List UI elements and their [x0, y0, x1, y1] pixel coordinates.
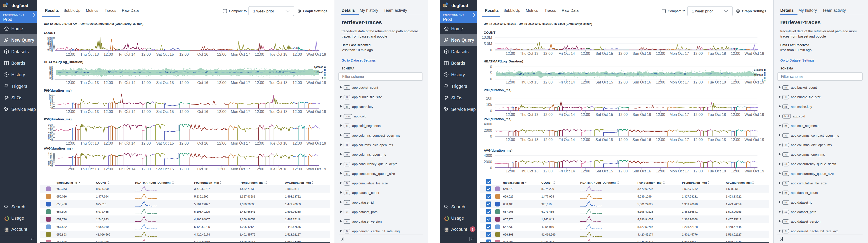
- svg-text:app.columns_dict_open_ms: app.columns_dict_open_ms: [352, 143, 393, 147]
- svg-text:P99(duration_ms): P99(duration_ms): [638, 181, 662, 184]
- svg-text:12:00: 12:00: [693, 51, 703, 55]
- svg-text:0: 0: [51, 107, 53, 110]
- svg-text:app.cumulative_file_size: app.cumulative_file_size: [791, 182, 827, 185]
- svg-text:str: str: [346, 211, 348, 213]
- svg-text:12:00: 12:00: [618, 112, 627, 116]
- svg-text:Graph Settings: Graph Settings: [303, 9, 328, 13]
- svg-text:12:00: 12:00: [731, 169, 740, 173]
- svg-text:Details: Details: [342, 8, 355, 13]
- svg-text:Team activity: Team activity: [822, 8, 846, 13]
- svg-text:Tue Oct 18: Tue Oct 18: [708, 51, 726, 55]
- svg-text:Mon Oct 17: Mon Oct 17: [670, 169, 689, 173]
- svg-text:Data Last Received: Data Last Received: [342, 43, 370, 47]
- svg-text:flt: flt: [346, 230, 348, 233]
- svg-text:AVG(duration_ms): AVG(duration_ms): [44, 146, 72, 150]
- svg-text:2: 2: [472, 227, 473, 231]
- svg-text:925,610: 925,610: [96, 203, 106, 206]
- svg-text:app.cold_segments: app.cold_segments: [352, 124, 381, 128]
- svg-text:656,893: 656,893: [57, 233, 67, 236]
- svg-text:Service Map: Service Map: [451, 107, 476, 112]
- svg-text:Thu Oct 13: Thu Oct 13: [520, 51, 538, 55]
- svg-text:HEATMAP(Log_Duration): HEATMAP(Log_Duration): [135, 181, 170, 184]
- svg-text:4,055,010: 4,055,010: [541, 225, 554, 228]
- svg-text:6,978,465: 6,978,465: [541, 210, 554, 213]
- svg-text:Sun Oct 16: Sun Oct 16: [632, 51, 651, 55]
- svg-text:global.build_id: global.build_id: [503, 181, 524, 184]
- svg-text:5,196.40225: 5,196.40225: [194, 210, 210, 213]
- svg-text:12:00: 12:00: [255, 109, 264, 114]
- svg-text:1,740,843: 1,740,843: [541, 218, 554, 221]
- svg-text:app.dataset_count: app.dataset_count: [791, 191, 818, 195]
- svg-text:Sat Oct 15: Sat Oct 15: [156, 52, 174, 56]
- svg-text:flt: flt: [785, 153, 786, 156]
- svg-text:12:00: 12:00: [217, 81, 226, 85]
- svg-text:1: 1: [322, 77, 323, 79]
- svg-text:0: 0: [490, 134, 492, 138]
- svg-text:12:00: 12:00: [141, 52, 151, 56]
- svg-text:app.cold: app.cold: [354, 114, 366, 118]
- svg-text:Wed Oct 19: Wed Oct 19: [307, 52, 326, 56]
- svg-text:12:00: 12:00: [581, 80, 590, 84]
- svg-text:Wed Oct 19: Wed Oct 19: [307, 141, 326, 145]
- svg-text:COUNT: COUNT: [484, 31, 495, 34]
- svg-text:Fri Oct 14: Fri Oct 14: [119, 109, 135, 114]
- svg-text:less than 10 min ago: less than 10 min ago: [780, 48, 811, 52]
- svg-text:flt: flt: [785, 96, 786, 99]
- svg-text:Oct 16: Oct 16: [197, 109, 209, 114]
- svg-text:1,401.45776: 1,401.45776: [682, 233, 698, 236]
- svg-text:Oct 16: Oct 16: [197, 167, 209, 171]
- svg-text:8,974,290: 8,974,290: [541, 187, 554, 190]
- svg-text:12:00: 12:00: [543, 138, 553, 142]
- svg-text:Tue Oct 18: Tue Oct 18: [269, 81, 287, 85]
- svg-text:657,776: 657,776: [503, 218, 513, 221]
- svg-text:2400000: 2400000: [314, 66, 323, 69]
- svg-text:12:00: 12:00: [217, 167, 226, 171]
- svg-text:Fri Oct 14: Fri Oct 14: [119, 167, 135, 171]
- svg-text:10: 10: [488, 65, 492, 69]
- svg-text:Oct 16: Oct 16: [197, 81, 209, 85]
- svg-text:12:00: 12:00: [179, 52, 188, 56]
- svg-text:Thu Oct 13: Thu Oct 13: [80, 109, 99, 114]
- svg-text:657,532: 657,532: [57, 225, 67, 228]
- svg-text:Usage: Usage: [11, 216, 24, 221]
- svg-text:int: int: [784, 191, 787, 194]
- svg-text:Sat Oct 15: Sat Oct 15: [595, 112, 613, 116]
- svg-text:Sun Oct 16: Sun Oct 16: [632, 80, 651, 84]
- svg-text:HEATMAP(Log_Duration): HEATMAP(Log_Duration): [44, 60, 84, 64]
- svg-text:658,488: 658,488: [503, 203, 513, 206]
- svg-text:656,893: 656,893: [503, 233, 513, 236]
- svg-text:app.derived_cache_hit_rate_avg: app.derived_cache_hit_rate_avg: [791, 230, 838, 233]
- svg-text:global.build_id: global.build_id: [57, 181, 77, 184]
- svg-text:12:00: 12:00: [217, 52, 226, 56]
- svg-text:12:00: 12:00: [506, 112, 515, 116]
- svg-text:less than 10 min ago: less than 10 min ago: [342, 48, 373, 52]
- svg-text:Home: Home: [451, 26, 463, 31]
- svg-text:12:00: 12:00: [731, 112, 740, 116]
- svg-text:0: 0: [490, 77, 492, 81]
- svg-text:flt: flt: [346, 144, 348, 146]
- svg-text:1,467.25118: 1,467.25118: [726, 218, 741, 221]
- svg-text:dogfood: dogfood: [452, 3, 468, 8]
- svg-text:Thu Oct 13: Thu Oct 13: [520, 169, 538, 173]
- svg-text:int: int: [784, 201, 787, 204]
- svg-text:0: 0: [51, 139, 53, 142]
- svg-text:Wed Oct 19: Wed Oct 19: [307, 167, 326, 171]
- svg-text:12:00: 12:00: [66, 109, 75, 114]
- svg-text:1,295.42128: 1,295.42128: [240, 225, 255, 228]
- svg-text:5,301.29827: 5,301.29827: [194, 203, 210, 206]
- svg-text:1200000: 1200000: [314, 71, 323, 74]
- svg-text:Sat Oct 15: Sat Oct 15: [156, 167, 174, 171]
- svg-text:app.columns_compact_open_ms: app.columns_compact_open_ms: [791, 134, 839, 137]
- svg-text:Traces: Traces: [105, 8, 116, 13]
- svg-text:New Query: New Query: [451, 37, 474, 43]
- svg-text:Boards: Boards: [11, 61, 25, 65]
- svg-text:app.concurrency_queue_size: app.concurrency_queue_size: [352, 172, 395, 176]
- svg-text:Wed Oct 19: Wed Oct 19: [745, 51, 764, 55]
- svg-text:12:00: 12:00: [255, 81, 264, 85]
- svg-text:4,055,010: 4,055,010: [96, 225, 109, 228]
- svg-text:Wed Oct 19: Wed Oct 19: [307, 81, 326, 85]
- svg-text:5,196.40225: 5,196.40225: [638, 210, 653, 213]
- svg-text:12:00: 12:00: [618, 80, 627, 84]
- svg-text:app.derived_cache_hit_rate_avg: app.derived_cache_hit_rate_avg: [352, 230, 400, 233]
- svg-text:Mon Oct 17: Mon Oct 17: [670, 80, 689, 84]
